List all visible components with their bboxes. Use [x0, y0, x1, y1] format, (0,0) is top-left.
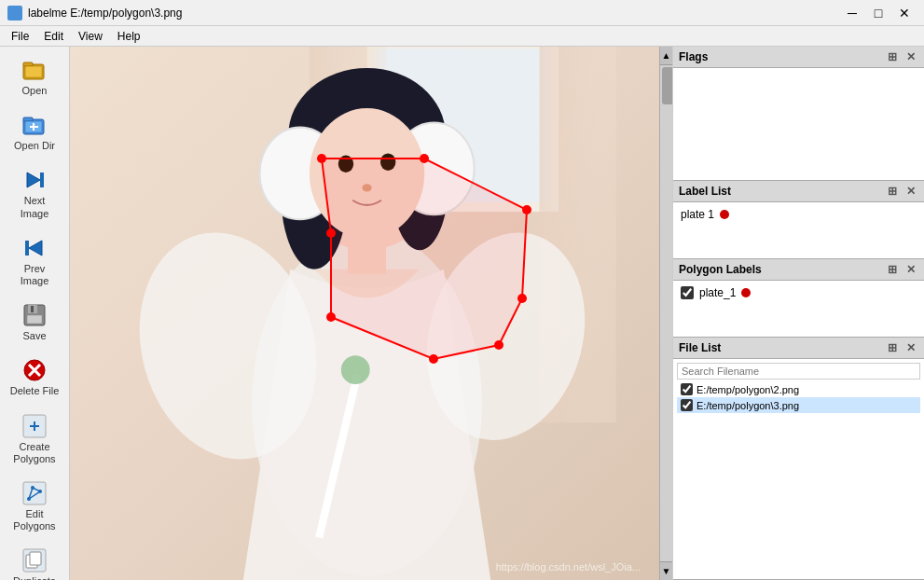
edit-polygons-label: Edit Polygons: [8, 508, 61, 532]
canvas-area[interactable]: https://blog.csdn.net/wsl_JOia... ▲ ▼: [70, 47, 672, 580]
label-list-title: Label List: [679, 185, 731, 198]
edit-polygons-button[interactable]: Edit Polygons: [4, 474, 65, 537]
svg-marker-10: [29, 241, 42, 255]
window-controls: ─ □ ✕: [840, 3, 917, 23]
watermark: https://blog.csdn.net/wsl_JOia...: [496, 561, 641, 573]
polygon-label-name: plate_1: [699, 286, 736, 299]
menu-edit[interactable]: Edit: [36, 28, 71, 45]
duplicate-polygons-button[interactable]: Duplicate Polygons: [4, 541, 65, 580]
duplicate-polygons-icon: [20, 545, 49, 575]
svg-rect-29: [30, 552, 41, 565]
polygon-checkbox[interactable]: [681, 286, 694, 299]
svg-rect-2: [25, 66, 42, 77]
svg-point-58: [517, 294, 527, 303]
delete-file-label: Delete File: [10, 385, 60, 397]
create-polygons-icon: [20, 411, 49, 441]
create-polygons-button[interactable]: Create Polygons: [4, 407, 65, 470]
label-list-expand-icon[interactable]: ⊞: [885, 184, 900, 199]
svg-rect-22: [23, 482, 46, 504]
polygon-labels-title: Polygon Labels: [679, 263, 762, 276]
open-dir-button[interactable]: Open Dir: [4, 105, 65, 157]
label-list-close-icon[interactable]: ✕: [903, 184, 918, 199]
minimize-button[interactable]: ─: [840, 3, 864, 23]
menu-help[interactable]: Help: [110, 28, 148, 45]
svg-rect-11: [25, 241, 29, 255]
svg-rect-9: [40, 173, 44, 187]
flags-header-icons: ⊞ ✕: [885, 49, 918, 64]
open-dir-label: Open Dir: [14, 140, 55, 152]
label-item[interactable]: plate 1: [677, 206, 920, 223]
polygon-labels-panel: Polygon Labels ⊞ ✕ plate_1: [673, 259, 924, 338]
polygon-color-dot: [741, 288, 751, 297]
svg-point-25: [38, 490, 42, 493]
file-list-title: File List: [679, 341, 721, 354]
image-canvas[interactable]: https://blog.csdn.net/wsl_JOia...: [70, 47, 659, 580]
delete-file-button[interactable]: Delete File: [4, 351, 65, 402]
file-checkbox-1[interactable]: [681, 383, 693, 395]
label-list-header: Label List ⊞ ✕: [673, 181, 924, 202]
svg-point-61: [326, 312, 336, 322]
polygon-labels-content: plate_1: [673, 281, 924, 337]
flags-close-icon[interactable]: ✕: [903, 49, 918, 64]
flags-content: [673, 68, 924, 180]
right-panel: Flags ⊞ ✕ Label List ⊞ ✕ plate: [672, 47, 924, 580]
svg-rect-15: [31, 306, 34, 312]
svg-point-57: [522, 205, 531, 214]
file-list-header: File List ⊞ ✕: [673, 338, 924, 359]
file-checkbox-2[interactable]: [681, 399, 693, 411]
next-icon: [20, 165, 49, 195]
main-area: Open Open Dir Next Image: [0, 47, 924, 580]
file-list-header-icons: ⊞ ✕: [885, 340, 918, 355]
open-label: Open: [22, 85, 48, 97]
file-list-expand-icon[interactable]: ⊞: [885, 340, 900, 355]
next-image-button[interactable]: Next Image: [4, 160, 65, 224]
canvas-scrollbar[interactable]: ▲ ▼: [659, 47, 672, 580]
menubar: File Edit View Help: [0, 26, 924, 47]
file-search-input[interactable]: [677, 363, 920, 380]
flags-expand-icon[interactable]: ⊞: [885, 49, 900, 64]
label-list-content: plate 1: [673, 202, 924, 258]
close-button[interactable]: ✕: [892, 3, 917, 23]
create-polygons-label: Create Polygons: [8, 441, 61, 465]
svg-point-55: [317, 154, 326, 163]
label-name: plate 1: [681, 208, 714, 221]
label-list-header-icons: ⊞ ✕: [885, 184, 918, 199]
polygon-labels-expand-icon[interactable]: ⊞: [885, 262, 900, 277]
polygon-labels-close-icon[interactable]: ✕: [903, 262, 918, 277]
file-name-2: E:/temp/polygon\3.png: [696, 400, 799, 411]
annotation-polygon: [70, 47, 659, 580]
titlebar: labelme E:/temp/polygon\3.png ─ □ ✕: [0, 0, 924, 26]
toolbar: Open Open Dir Next Image: [0, 47, 70, 580]
svg-point-24: [31, 486, 34, 490]
file-item-1[interactable]: E:/temp/polygon\2.png: [677, 381, 920, 397]
svg-rect-1: [23, 62, 33, 66]
file-name-1: E:/temp/polygon\2.png: [696, 384, 799, 395]
polygon-item[interactable]: plate_1: [677, 284, 920, 301]
svg-rect-4: [23, 117, 33, 121]
flags-title: Flags: [679, 50, 708, 63]
svg-point-56: [420, 154, 429, 163]
prev-image-button[interactable]: Prev Image: [4, 228, 65, 292]
save-icon: [20, 300, 49, 330]
prev-image-label: Prev Image: [8, 263, 61, 287]
maximize-button[interactable]: □: [866, 3, 890, 23]
file-list-content: E:/temp/polygon\2.png E:/temp/polygon\3.…: [673, 359, 924, 579]
title-text: labelme E:/temp/polygon\3.png: [28, 7, 840, 20]
polygon-labels-header-icons: ⊞ ✕: [885, 262, 918, 277]
menu-file[interactable]: File: [4, 28, 36, 45]
svg-rect-14: [27, 315, 42, 324]
save-button[interactable]: Save: [4, 296, 65, 347]
svg-marker-54: [322, 159, 527, 359]
edit-polygons-icon: [20, 478, 49, 508]
delete-file-icon: [20, 355, 49, 385]
svg-point-26: [27, 497, 31, 501]
svg-point-59: [494, 340, 503, 350]
open-button[interactable]: Open: [4, 50, 65, 102]
file-list-close-icon[interactable]: ✕: [903, 340, 918, 355]
app-icon: [7, 6, 22, 21]
label-list-panel: Label List ⊞ ✕ plate 1: [673, 181, 924, 259]
menu-view[interactable]: View: [71, 28, 110, 45]
svg-point-62: [326, 228, 336, 238]
file-item-2[interactable]: E:/temp/polygon\3.png: [677, 397, 920, 413]
open-icon: [20, 55, 49, 85]
